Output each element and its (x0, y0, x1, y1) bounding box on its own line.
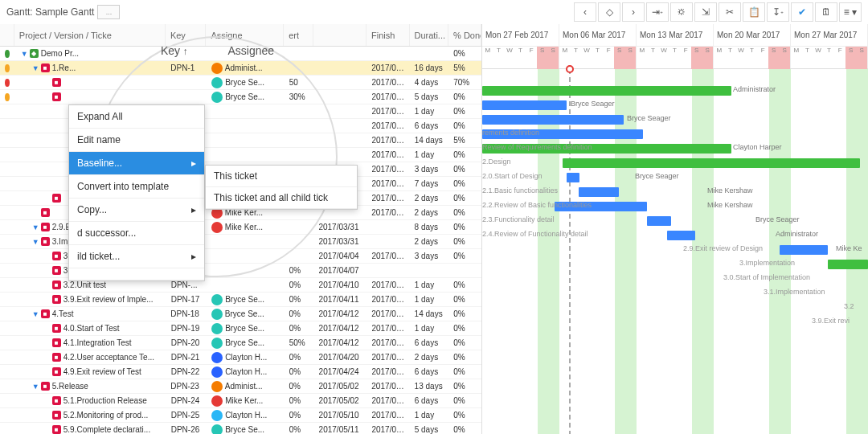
status-dot (5, 50, 10, 58)
ticket-name: 5.2.Monitoring of prod... (63, 411, 149, 420)
expand-caret[interactable]: ▼ (32, 223, 39, 231)
toolbar-btn-4[interactable]: ⛭ (670, 2, 693, 22)
table-row[interactable]: ▼■4.TestDPN-18Bryce Se...0%2017/04/12201… (0, 307, 481, 321)
table-row[interactable]: ■Bryce Se...30%2017/03/105 days0% (0, 90, 481, 104)
toolbar-btn-2[interactable]: › (622, 2, 645, 22)
status-dot (5, 93, 10, 101)
gantt-bar-label: Bryce Seager (755, 215, 800, 223)
ctx-item[interactable] (69, 268, 204, 280)
ctx-item[interactable]: Edit name (69, 129, 204, 152)
avatar (211, 366, 223, 378)
ctx-item[interactable]: ild ticket...▸ (69, 245, 204, 268)
avatar (211, 309, 223, 320)
ticket-icon: ■ (41, 237, 50, 246)
gantt-task-label: 2.3.Functionality detail (482, 215, 555, 223)
grid-header: Project / Version / Ticke Key Assigne er… (0, 24, 481, 47)
toolbar-btn-11[interactable]: ≡ ▾ (839, 2, 862, 22)
status-dot (5, 79, 10, 87)
gantt-bar[interactable] (647, 216, 671, 226)
version-icon: ◆ (30, 49, 39, 58)
status-dot (5, 64, 10, 72)
gantt-task-label: 2.9.Exit review of Design (683, 244, 763, 252)
table-row[interactable]: ■5.2.Monitoring of prod...DPN-25Clayton … (0, 408, 481, 423)
table-row[interactable]: ■3.9.Exit review of Imple...DPN-17Bryce … (0, 293, 481, 307)
ticket-icon: ■ (52, 266, 61, 275)
avatar (211, 63, 223, 74)
ctx-sub-item[interactable]: This ticket and all child tick (206, 187, 357, 209)
gantt-bar[interactable] (563, 158, 860, 168)
col-assignee: Assigne (206, 24, 284, 46)
ticket-name: 5.9.Complete declarati... (63, 425, 150, 434)
ticket-icon: ■ (41, 309, 50, 318)
expand-caret[interactable]: ▼ (32, 238, 39, 246)
table-row[interactable]: ■5.1.Production ReleaseDPN-24Mike Ker...… (0, 394, 481, 408)
view-dropdown[interactable]: ... (97, 5, 120, 19)
expand-caret[interactable]: ▼ (32, 383, 39, 391)
table-row[interactable]: ■4.9.Exit review of TestDPN-22Clayton H.… (0, 365, 481, 379)
toolbar-btn-3[interactable]: ⇥+ (646, 2, 669, 22)
ticket-icon: ■ (52, 425, 61, 434)
gantt-task-label: 3.9.Exit revi (812, 317, 850, 325)
gantt-task-label: Review of Requirements definition (482, 143, 592, 151)
expand-caret[interactable]: ▼ (32, 64, 39, 72)
table-row[interactable]: ■4.2.User acceptance Te...DPN-21Clayton … (0, 350, 481, 365)
expand-caret[interactable]: ▼ (21, 50, 27, 58)
toolbar: ‹◇›⇥+⛭⇲✂📋↧+✔🗓≡ ▾ (574, 2, 862, 22)
gantt-task-label: 2.1.Basic functionalities (482, 186, 558, 194)
table-row[interactable]: ■4.1.Integration TestDPN-20Bryce Se...50… (0, 336, 481, 350)
gantt-bar-label: Administrator (776, 230, 818, 238)
expand-caret[interactable]: ▼ (32, 310, 39, 318)
toolbar-btn-8[interactable]: ↧+ (767, 2, 789, 22)
context-menu[interactable]: Expand AllEdit nameBaseline...▸Convert i… (68, 104, 205, 281)
toolbar-btn-7[interactable]: 📋 (743, 2, 765, 22)
table-row[interactable]: ▼■5.ReleaseDPN-23Administ...0%2017/05/02… (0, 379, 481, 394)
table-row[interactable]: ■4.0.Start of TestDPN-19Bryce Se...0%201… (0, 321, 481, 336)
ticket-name: 1.Re... (52, 63, 76, 72)
col-key: Key (166, 24, 207, 46)
gantt-task-label: 2.2.Review of Basic functionalities (482, 201, 592, 209)
avatar (211, 92, 223, 103)
col-finish: Finish (366, 24, 409, 46)
ctx-item[interactable]: Copy...▸ (69, 199, 204, 222)
gantt-bar-label: Administrator (733, 85, 776, 93)
gantt-bar[interactable] (482, 115, 624, 125)
gantt-bar[interactable] (579, 187, 619, 197)
toolbar-btn-5[interactable]: ⇲ (694, 2, 717, 22)
gantt-task-label: 3.2 (844, 302, 854, 310)
toolbar-btn-6[interactable]: ✂ (719, 2, 741, 22)
ctx-sub-item[interactable]: This ticket (206, 166, 357, 187)
avatar (211, 338, 223, 349)
ticket-icon: ■ (52, 367, 61, 376)
table-row[interactable]: ▼■1.Re...DPN-1Administ...2017/03/2116 da… (0, 61, 481, 76)
ticket-name: 3.2.Unit test (63, 280, 106, 289)
timeline-body[interactable]: AdministratorBryce SeagerBryce Seagerrem… (482, 69, 868, 434)
avatar (211, 424, 223, 435)
ticket-icon: ■ (52, 324, 61, 333)
ctx-item[interactable]: Expand All (69, 105, 204, 129)
gantt-bar[interactable] (482, 100, 567, 110)
table-row[interactable]: ■5.9.Complete declarati...DPN-26Bryce Se… (0, 423, 481, 434)
avatar (211, 395, 223, 407)
col-pct: ert (284, 24, 313, 46)
col-name: Project / Version / Ticke (14, 24, 166, 46)
ctx-item[interactable]: Baseline...▸ (69, 152, 204, 175)
gantt-bar[interactable] (667, 231, 695, 240)
gantt-bar-label: Mike Ke (836, 244, 862, 252)
ctx-item[interactable]: d successor... (69, 222, 204, 245)
gantt-bar[interactable] (828, 260, 868, 269)
toolbar-btn-10[interactable]: 🗓 (815, 2, 837, 22)
ticket-icon: ■ (52, 252, 61, 260)
gantt-bar-label: Bryce Seager (635, 172, 679, 180)
gantt-bar[interactable] (780, 245, 828, 255)
gantt-bar[interactable] (567, 173, 579, 182)
gantt-task-label: 2.Design (482, 158, 511, 166)
avatar (211, 294, 223, 305)
toolbar-btn-9[interactable]: ✔ (791, 2, 813, 22)
toolbar-btn-1[interactable]: ◇ (598, 2, 620, 22)
avatar (211, 410, 223, 421)
table-row[interactable]: ■Bryce Se...502017/03/054 days70% (0, 76, 481, 90)
ctx-item[interactable]: Convert into template (69, 175, 204, 199)
gantt-bar[interactable] (482, 86, 731, 96)
context-submenu[interactable]: This ticketThis ticket and all child tic… (205, 165, 358, 210)
toolbar-btn-0[interactable]: ‹ (574, 2, 596, 22)
